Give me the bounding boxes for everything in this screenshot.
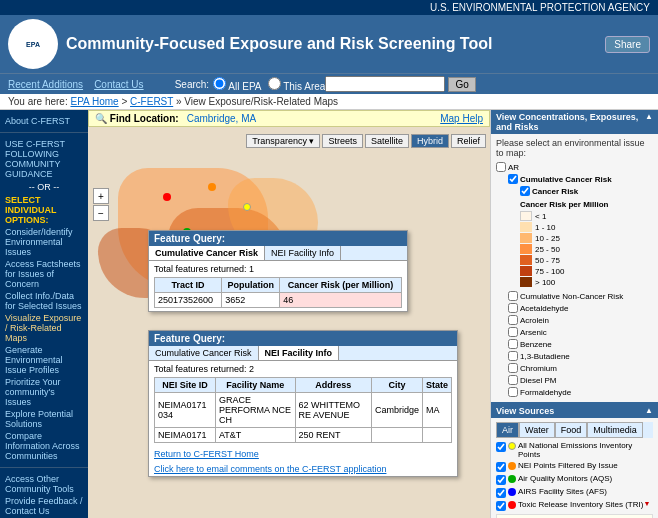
contact-us-nav-link[interactable]: Contact Us — [94, 79, 143, 90]
hybrid-button[interactable]: Hybrid — [411, 134, 449, 148]
acetaldehyde-checkbox[interactable] — [508, 303, 518, 313]
tree-formaldehyde: Formaldehyde — [508, 386, 653, 398]
nei-all-dot — [508, 442, 516, 450]
sidebar-access-link[interactable]: Access Factsheets for Issues of Concern — [5, 259, 83, 289]
fq1-col-pop: Population — [222, 278, 280, 293]
map-marker-tri[interactable] — [163, 193, 171, 201]
tri-icon: ▼ — [643, 500, 650, 507]
agency-name: U.S. ENVIRONMENTAL PROTECTION AGENCY — [430, 2, 650, 13]
fq2-col-id: NEI Site ID — [155, 378, 216, 393]
header-main: EPA Community-Focused Exposure and Risk … — [0, 15, 658, 73]
source-tab-air[interactable]: Air — [496, 422, 519, 438]
sidebar-explore-link[interactable]: Explore Potential Solutions — [5, 409, 83, 429]
sidebar-access-tools-link[interactable]: Access Other Community Tools — [5, 474, 83, 494]
legend-item-50-75: 50 - 75 — [520, 255, 653, 265]
search-label: Search: — [175, 79, 209, 90]
all-epa-radio[interactable] — [213, 77, 226, 90]
source-nei-all: All National Emissions Inventory Points — [496, 441, 653, 459]
sidebar-collect-link[interactable]: Collect Info./Data for Selected Issues — [5, 291, 83, 311]
map-marker-nei2[interactable] — [243, 203, 251, 211]
transparency-button[interactable]: Transparency ▾ — [246, 134, 320, 148]
fq2-tab-cancer[interactable]: Cumulative Cancer Risk — [149, 346, 259, 360]
search-radios: All EPA This Area — [213, 77, 325, 92]
sidebar-prioritize-link[interactable]: Prioritize Your community's Issues — [5, 377, 83, 407]
acrolein-checkbox[interactable] — [508, 315, 518, 325]
nei-filtered-checkbox[interactable] — [496, 462, 506, 472]
cancer-risk-checkbox[interactable] — [520, 186, 530, 196]
legend-item-gt100: > 100 — [520, 277, 653, 287]
ar-checkbox[interactable] — [496, 162, 506, 172]
source-tabs: Air Water Food Multimedia — [496, 422, 653, 438]
fq2-content: Total features returned: 2 NEI Site ID F… — [149, 361, 457, 446]
non-cancer-checkbox[interactable] — [508, 291, 518, 301]
recent-additions-link[interactable]: Recent Additions — [8, 79, 83, 90]
epa-home-link[interactable]: EPA Home — [70, 96, 118, 107]
relief-button[interactable]: Relief — [451, 134, 486, 148]
epa-logo: EPA — [8, 19, 58, 69]
nei-all-label: All National Emissions Inventory Points — [518, 441, 653, 459]
tree-acrolein: Acrolein — [508, 314, 653, 326]
fq1-tab-nei[interactable]: NEI Facility Info — [265, 246, 341, 260]
sidebar-generate-link[interactable]: Generate Environmental Issue Profiles — [5, 345, 83, 375]
sidebar-feedback-link[interactable]: Provide Feedback / Contact Us — [5, 496, 83, 516]
sources-header[interactable]: View Sources ▲ — [491, 404, 658, 418]
map-help-button[interactable]: Map Help — [440, 113, 483, 124]
cumulative-cancer-checkbox[interactable] — [508, 174, 518, 184]
tree-cumulative-cancer: Cumulative Cancer Risk — [508, 173, 653, 185]
nei-all-checkbox[interactable] — [496, 442, 506, 452]
sidebar-visualize-link[interactable]: Visualize Exposure / Risk-Related Maps — [5, 313, 83, 343]
tri-label: Toxic Release Inventory Sites (TRI) — [518, 500, 643, 509]
cancer-risk-label: Cancer Risk — [532, 187, 578, 196]
acetaldehyde-label: Acetaldehyde — [520, 304, 568, 313]
search-area: Search: All EPA This Area Go — [175, 76, 476, 92]
source-tab-food[interactable]: Food — [555, 422, 588, 438]
use-c-ferst-link[interactable]: USE C-FERST FOLLOWING COMMUNITY GUIDANCE — [5, 139, 83, 179]
sources-section: View Sources ▲ Air Water Food Multimedia… — [491, 404, 658, 518]
fq1-data-row: 25017352600 3652 46 — [155, 293, 402, 308]
go-button[interactable]: Go — [448, 77, 475, 92]
legend-item-25-50: 25 - 50 — [520, 244, 653, 254]
source-aqs: Air Quality Monitors (AQS) — [496, 474, 653, 485]
butadiene-checkbox[interactable] — [508, 351, 518, 361]
sources-arrow: ▲ — [645, 406, 653, 416]
aqs-checkbox[interactable] — [496, 475, 506, 485]
fq2-tab-nei[interactable]: NEI Facility Info — [259, 346, 340, 360]
afs-dot — [508, 488, 516, 496]
return-home-link[interactable]: Return to C-FERST Home — [154, 449, 259, 459]
arsenic-checkbox[interactable] — [508, 327, 518, 337]
breadcrumb: You are here: EPA Home > C-FERST » View … — [0, 94, 658, 110]
satellite-button[interactable]: Satellite — [365, 134, 409, 148]
fq2-col-addr: Address — [295, 378, 371, 393]
search-input[interactable] — [325, 76, 445, 92]
sidebar-compare-link[interactable]: Compare Information Across Communities — [5, 431, 83, 461]
tri-checkbox[interactable] — [496, 501, 506, 511]
fq2-row2-city — [371, 428, 422, 443]
all-epa-radio-label[interactable]: All EPA — [213, 77, 261, 92]
zoom-out-button[interactable]: − — [93, 205, 109, 221]
this-area-radio-label[interactable]: This Area — [268, 77, 326, 92]
legend-color-gt100 — [520, 277, 532, 287]
sidebar-bottom: Access Other Community Tools Provide Fee… — [0, 468, 88, 518]
fq2-row-1: NEIMA0171 034 GRACE PERFORMA NCE CH 62 W… — [155, 393, 452, 428]
diesel-checkbox[interactable] — [508, 375, 518, 385]
map-marker-nei[interactable] — [208, 183, 216, 191]
share-button[interactable]: Share — [605, 36, 650, 53]
email-comments-link[interactable]: Click here to email comments on the C-FE… — [154, 464, 386, 474]
formaldehyde-checkbox[interactable] — [508, 387, 518, 397]
source-tab-water[interactable]: Water — [519, 422, 555, 438]
c-ferst-link[interactable]: C-FERST — [130, 96, 173, 107]
source-tab-multimedia[interactable]: Multimedia — [587, 422, 643, 438]
sidebar-about: About C-FERST — [0, 110, 88, 133]
sidebar-consider-link[interactable]: Consider/Identify Environmental Issues — [5, 227, 83, 257]
streets-button[interactable]: Streets — [322, 134, 363, 148]
this-area-radio[interactable] — [268, 77, 281, 90]
fq1-tab-cancer[interactable]: Cumulative Cancer Risk — [149, 246, 265, 260]
legend-color-75-100 — [520, 266, 532, 276]
benzene-checkbox[interactable] — [508, 339, 518, 349]
concentrations-header[interactable]: View Concentrations, Exposures, and Risk… — [491, 110, 658, 134]
chromium-checkbox[interactable] — [508, 363, 518, 373]
about-c-ferst-link[interactable]: About C-FERST — [5, 116, 83, 126]
zoom-in-button[interactable]: + — [93, 188, 109, 204]
aqs-label: Air Quality Monitors (AQS) — [518, 474, 612, 483]
afs-checkbox[interactable] — [496, 488, 506, 498]
